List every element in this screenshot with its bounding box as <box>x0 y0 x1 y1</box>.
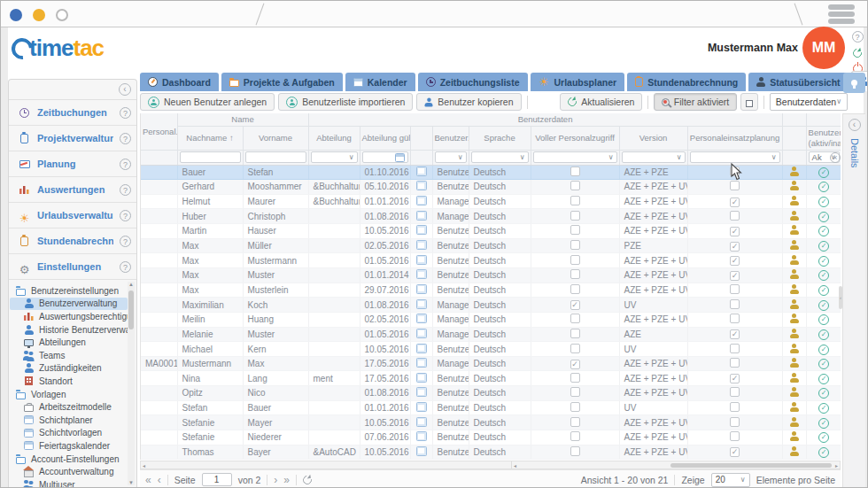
calendar-icon[interactable] <box>416 402 427 412</box>
cell-calendar[interactable] <box>410 209 432 224</box>
status-active-icon[interactable] <box>818 403 829 414</box>
table-row[interactable]: MaxMusterlein29.07.2016BenutzerDeutschAZ… <box>141 283 841 298</box>
cell-status[interactable] <box>806 386 841 401</box>
sidebar-item-einstellungen[interactable]: Einstellungen <box>9 254 136 280</box>
calendar-icon[interactable] <box>416 344 427 353</box>
scroll-left-icon[interactable]: ◂ <box>143 462 145 469</box>
cell-person[interactable] <box>782 400 806 415</box>
person-icon[interactable] <box>790 196 799 205</box>
sidebar-item-planung[interactable]: Planung <box>9 151 136 177</box>
sidebar-item-stundenabrechnung[interactable]: Stundenabrechnung <box>9 229 136 254</box>
cell-pep[interactable] <box>687 356 782 371</box>
cell-status[interactable] <box>806 327 841 342</box>
cell-calendar[interactable] <box>410 238 432 253</box>
filter-sprache[interactable]: ∨ <box>469 150 531 165</box>
filter-nachname-input[interactable] <box>180 151 241 163</box>
cell-status[interactable] <box>806 371 841 386</box>
cell-voller-zugriff[interactable] <box>531 415 619 430</box>
sidebar-item-auswertungen[interactable]: Auswertungen <box>9 177 136 203</box>
cell-status[interactable] <box>806 224 841 239</box>
filter-vorname-input[interactable] <box>245 151 306 163</box>
col-header-vorname[interactable]: Vorname <box>243 126 308 150</box>
cell-voller-zugriff[interactable] <box>531 430 619 445</box>
window-control-blue[interactable] <box>10 9 22 21</box>
cell-pep[interactable] <box>687 267 782 283</box>
scroll-down-icon[interactable]: ▼ <box>128 480 135 485</box>
cell-calendar[interactable] <box>410 283 432 298</box>
calendar-icon[interactable] <box>416 431 427 441</box>
cell-voller-zugriff[interactable] <box>531 224 619 239</box>
cell-pep[interactable] <box>687 253 782 268</box>
filter-date-input[interactable] <box>362 151 408 163</box>
scroll-up-icon[interactable]: ▲ <box>128 282 135 287</box>
calendar-icon[interactable] <box>416 417 427 427</box>
cell-voller-zugriff[interactable] <box>531 194 619 209</box>
cell-status[interactable] <box>806 253 841 268</box>
cell-calendar[interactable] <box>410 386 432 401</box>
col-header-benutzer[interactable]: Benutzer... <box>432 126 469 150</box>
tree-item-multiuser[interactable]: Multiuser <box>10 478 128 487</box>
col-header-calendar[interactable] <box>410 126 432 150</box>
table-row[interactable]: StefanieMayer10.05.2016BenutzerDeutschAZ… <box>141 415 841 430</box>
cell-pep[interactable] <box>687 194 782 209</box>
help-icon[interactable] <box>852 31 864 43</box>
cell-calendar[interactable] <box>410 253 432 268</box>
checkbox[interactable] <box>570 300 580 310</box>
calendar-icon[interactable] <box>416 373 427 383</box>
status-active-icon[interactable] <box>818 447 829 458</box>
cell-voller-zugriff[interactable] <box>531 267 619 283</box>
calendar-icon[interactable] <box>416 255 427 265</box>
checkbox[interactable] <box>730 198 740 207</box>
details-panel[interactable]: ‹ Details <box>842 113 865 488</box>
splitter-grip[interactable]: ‹ <box>839 286 842 309</box>
filter-abteilung-ab[interactable] <box>360 150 410 165</box>
cell-status[interactable] <box>806 356 841 371</box>
cell-voller-zugriff[interactable] <box>531 327 619 342</box>
checkbox[interactable] <box>730 417 740 427</box>
person-icon[interactable] <box>790 269 799 279</box>
cell-calendar[interactable] <box>410 180 432 195</box>
tree-item-schichtvorlagen[interactable]: Schichtvorlagen <box>10 427 128 440</box>
cell-person[interactable] <box>782 224 806 239</box>
person-icon[interactable] <box>790 431 799 441</box>
checkbox[interactable] <box>730 358 740 368</box>
cell-voller-zugriff[interactable] <box>531 238 619 253</box>
hint-button[interactable] <box>843 73 865 93</box>
cell-person[interactable] <box>782 283 806 298</box>
cell-calendar[interactable] <box>410 224 432 239</box>
person-icon[interactable] <box>790 344 799 353</box>
tree-item-schichtplaner[interactable]: Schichtplaner <box>10 414 128 427</box>
status-active-icon[interactable] <box>818 226 829 236</box>
refresh-icon[interactable] <box>851 47 864 59</box>
status-active-icon[interactable] <box>818 270 829 281</box>
table-row[interactable]: MaxMüller02.05.2016BenutzerDeutschPZE <box>141 238 841 253</box>
checkbox[interactable] <box>570 360 580 369</box>
calendar-icon[interactable] <box>416 284 427 294</box>
cell-status[interactable] <box>806 283 841 298</box>
page-number-input[interactable]: 1 <box>202 473 232 486</box>
tree-item-account-einstellungen[interactable]: Account-Einstellungen <box>10 453 128 466</box>
person-icon[interactable] <box>790 225 799 235</box>
cell-person[interactable] <box>782 312 806 327</box>
cell-pep[interactable] <box>687 386 782 401</box>
hamburger-menu-icon[interactable] <box>828 4 855 26</box>
col-header-person[interactable] <box>782 126 806 150</box>
cell-calendar[interactable] <box>410 342 432 357</box>
cell-voller-zugriff[interactable] <box>531 400 619 415</box>
status-active-icon[interactable] <box>818 345 829 355</box>
cell-voller-zugriff[interactable] <box>531 342 619 357</box>
help-icon[interactable] <box>120 133 131 144</box>
cell-voller-zugriff[interactable] <box>531 312 619 327</box>
table-row[interactable]: StefanBauer01.01.2016BenutzerDeutschUV <box>141 400 841 415</box>
filter-voller-zugriff[interactable]: ∨ <box>531 150 619 165</box>
cell-status[interactable] <box>806 180 841 195</box>
cell-status[interactable] <box>806 238 841 253</box>
cell-person[interactable] <box>782 267 806 283</box>
horizontal-scrollbar[interactable]: ◂ ◂ ▸ <box>140 461 841 469</box>
status-active-icon[interactable] <box>818 314 829 325</box>
cell-calendar[interactable] <box>410 445 432 460</box>
status-active-icon[interactable] <box>818 182 829 192</box>
col-header-status[interactable]: Benutzers...(aktiv/ina... <box>806 126 841 150</box>
checkbox[interactable] <box>730 344 740 353</box>
cell-voller-zugriff[interactable] <box>531 283 619 298</box>
